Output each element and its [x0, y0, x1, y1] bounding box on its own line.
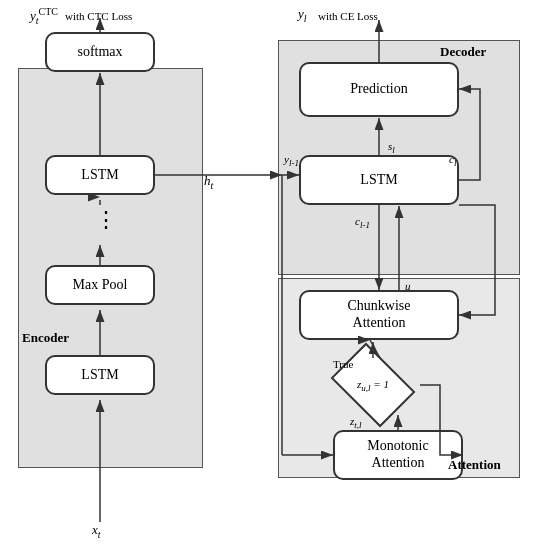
- diamond-text: zu,l = 1: [333, 358, 413, 413]
- chunkwise-label: ChunkwiseAttention: [348, 298, 411, 332]
- softmax-label: softmax: [77, 44, 122, 61]
- yl-minus1-label: yl-1: [284, 153, 299, 168]
- yl-label: yl: [298, 6, 307, 24]
- encoder-lstm-top-label: LSTM: [81, 167, 118, 184]
- ht-label: ht: [204, 173, 213, 191]
- sl-label: sl: [388, 140, 395, 155]
- monotonic-label: MonotonicAttention: [367, 438, 428, 472]
- encoder-label: Encoder: [22, 330, 69, 346]
- prediction-label: Prediction: [350, 81, 408, 98]
- ce-loss-label: with CE Loss: [318, 10, 378, 22]
- encoder-lstm-bot-label: LSTM: [81, 367, 118, 384]
- prediction-box: Prediction: [299, 62, 459, 117]
- maxpool-box: Max Pool: [45, 265, 155, 305]
- cl-minus1-label: cl-1: [355, 215, 370, 230]
- diamond-container: zu,l = 1: [333, 358, 413, 413]
- xt-label: xt: [92, 522, 101, 540]
- encoder-dots: ⋮: [95, 207, 119, 233]
- decoder-lstm-box: LSTM: [299, 155, 459, 205]
- ztl-label: zt,l: [350, 415, 362, 430]
- ytc-label: ytCTC: [30, 6, 58, 26]
- maxpool-label: Max Pool: [73, 277, 128, 294]
- chunkwise-attention-box: ChunkwiseAttention: [299, 290, 459, 340]
- encoder-lstm-bot-box: LSTM: [45, 355, 155, 395]
- decoder-lstm-label: LSTM: [360, 172, 397, 189]
- softmax-box: softmax: [45, 32, 155, 72]
- u-label: u: [405, 280, 411, 292]
- encoder-lstm-top-box: LSTM: [45, 155, 155, 195]
- cl-label: cl: [449, 153, 456, 168]
- monotonic-attention-box: MonotonicAttention: [333, 430, 463, 480]
- decoder-label: Decoder: [440, 44, 486, 60]
- ctc-loss-label: with CTC Loss: [65, 10, 132, 22]
- attention-label: Attention: [448, 457, 501, 473]
